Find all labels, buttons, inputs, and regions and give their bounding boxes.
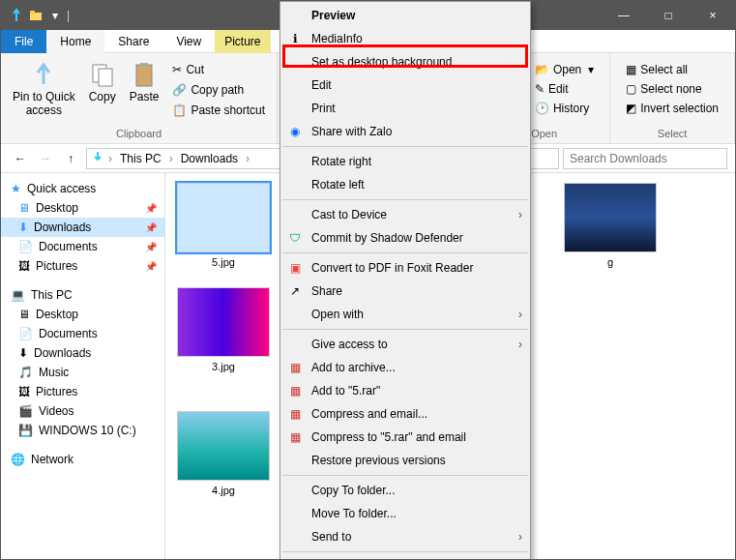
sidebar-tp-documents[interactable]: 📄Documents (1, 324, 164, 343)
view-tab[interactable]: View (162, 30, 215, 53)
sidebar-tp-desktop[interactable]: 🖥Desktop (1, 305, 164, 324)
context-menu: Preview ℹMediaInfo Set as desktop backgr… (280, 1, 531, 560)
scissors-icon: ✂ (172, 63, 182, 76)
copy-path-button[interactable]: 🔗Copy path (168, 81, 269, 99)
videos-icon: 🎬 (18, 404, 33, 418)
pin-icon: 📌 (145, 242, 157, 252)
separator (282, 199, 528, 200)
breadcrumb-downloads[interactable]: Downloads (177, 152, 242, 165)
share-icon: ↗ (286, 282, 304, 300)
select-all-button[interactable]: ▦Select all (622, 61, 722, 78)
picture-tab[interactable]: Picture (215, 30, 270, 53)
paste-button[interactable]: Paste (126, 57, 163, 107)
star-icon: ★ (11, 182, 21, 195)
open-button[interactable]: 📂Open▾ (531, 61, 598, 78)
cut-button[interactable]: ✂Cut (168, 61, 269, 78)
documents-icon: 📄 (18, 327, 33, 340)
download-icon: ⬇ (18, 221, 28, 234)
ctx-foxit[interactable]: ▣Convert to PDF in Foxit Reader (280, 256, 530, 280)
winrar-icon: ▦ (286, 359, 304, 376)
thumbnail (177, 411, 270, 481)
svg-rect-0 (30, 13, 42, 20)
ctx-share[interactable]: ↗Share (280, 280, 530, 303)
ctx-rotate-left[interactable]: Rotate left (280, 173, 530, 196)
file-item[interactable]: g (562, 183, 659, 268)
home-tab[interactable]: Home (46, 30, 104, 53)
share-tab[interactable]: Share (104, 30, 162, 53)
history-icon: 🕑 (535, 102, 549, 115)
ctx-share-zalo[interactable]: ◉Share with Zalo (280, 120, 530, 143)
separator (282, 252, 528, 253)
forward-button[interactable]: → (34, 147, 57, 170)
minimize-button[interactable]: — (602, 1, 646, 30)
chevron-right-icon: › (518, 308, 522, 321)
sidebar-desktop[interactable]: 🖥Desktop📌 (1, 198, 164, 218)
sidebar-pictures[interactable]: 🖼Pictures📌 (1, 256, 164, 276)
ctx-add-archive[interactable]: ▦Add to archive... (280, 356, 530, 379)
separator (282, 329, 528, 330)
sidebar-downloads[interactable]: ⬇Downloads📌 (1, 218, 164, 237)
sidebar-cdrive[interactable]: 💾WINDOWS 10 (C:) (1, 421, 164, 440)
file-tab[interactable]: File (1, 30, 46, 53)
breadcrumb-thispc[interactable]: This PC (116, 152, 165, 165)
ctx-add-5rar[interactable]: ▦Add to "5.rar" (280, 379, 530, 402)
sidebar-videos[interactable]: 🎬Videos (1, 401, 164, 421)
download-icon (91, 150, 104, 166)
ctx-copy-to[interactable]: Copy To folder... (280, 479, 530, 502)
ctx-restore-versions[interactable]: Restore previous versions (280, 449, 530, 472)
sidebar-network[interactable]: 🌐Network (1, 450, 164, 469)
pin-icon: 📌 (145, 203, 157, 214)
invert-icon: ◩ (626, 102, 636, 115)
select-all-icon: ▦ (626, 63, 636, 76)
up-button[interactable]: ↑ (59, 147, 82, 170)
music-icon: 🎵 (18, 366, 33, 379)
network-icon: 🌐 (11, 453, 25, 466)
ctx-rotate-right[interactable]: Rotate right (280, 150, 530, 173)
back-button[interactable]: ← (9, 147, 32, 170)
ctx-cast[interactable]: Cast to Device› (280, 203, 530, 226)
svg-rect-1 (30, 11, 35, 14)
thumbnail (177, 287, 270, 357)
ctx-shadow-defender[interactable]: 🛡Commit by Shadow Defender (280, 226, 530, 250)
winrar-icon: ▦ (286, 382, 304, 399)
ctx-send-to[interactable]: Send to› (280, 525, 530, 548)
file-item[interactable]: 4.jpg (175, 411, 272, 496)
qat-dropdown[interactable]: ▾ (47, 8, 63, 23)
svg-rect-4 (136, 65, 152, 86)
sidebar-thispc[interactable]: 💻This PC (1, 285, 164, 305)
ctx-compress-email[interactable]: ▦Compress and email... (280, 402, 530, 426)
ctx-edit[interactable]: Edit (280, 74, 530, 97)
chevron-right-icon: › (518, 338, 522, 351)
copy-button[interactable]: Copy (85, 57, 120, 107)
select-none-button[interactable]: ▢Select none (622, 80, 722, 98)
file-item[interactable]: 5.jpg (175, 183, 272, 268)
sidebar-quick-access[interactable]: ★Quick access (1, 179, 164, 198)
sidebar-music[interactable]: 🎵Music (1, 363, 164, 382)
folder-icon[interactable] (28, 8, 44, 23)
close-button[interactable]: × (691, 1, 735, 30)
paste-shortcut-button[interactable]: 📋Paste shortcut (168, 102, 269, 119)
edit-button[interactable]: ✎Edit (531, 80, 598, 98)
ctx-preview[interactable]: Preview (280, 4, 530, 27)
search-input[interactable] (563, 148, 727, 169)
ctx-move-to[interactable]: Move To folder... (280, 502, 530, 525)
separator (282, 146, 528, 147)
sidebar-tp-downloads[interactable]: ⬇Downloads (1, 343, 164, 363)
sidebar-documents[interactable]: 📄Documents📌 (1, 237, 164, 256)
invert-selection-button[interactable]: ◩Invert selection (622, 100, 722, 117)
file-item[interactable]: 3.jpg (175, 287, 272, 372)
maximize-button[interactable]: □ (646, 1, 691, 30)
pin-icon: 📌 (145, 222, 157, 233)
history-button[interactable]: 🕑History (531, 100, 598, 117)
ctx-give-access[interactable]: Give access to› (280, 333, 530, 356)
edit-icon: ✎ (535, 82, 545, 96)
sidebar-tp-pictures[interactable]: 🖼Pictures (1, 382, 164, 401)
separator (282, 475, 528, 476)
shield-icon: 🛡 (286, 229, 304, 247)
ctx-print[interactable]: Print (280, 97, 530, 120)
ctx-open-with[interactable]: Open with› (280, 303, 530, 326)
pin-quick-access-button[interactable]: Pin to Quick access (9, 57, 79, 122)
ctx-compress-5rar-email[interactable]: ▦Compress to "5.rar" and email (280, 426, 530, 449)
ctx-set-desktop-bg[interactable]: Set as desktop background (280, 50, 530, 74)
ctx-mediainfo[interactable]: ℹMediaInfo (280, 27, 530, 50)
